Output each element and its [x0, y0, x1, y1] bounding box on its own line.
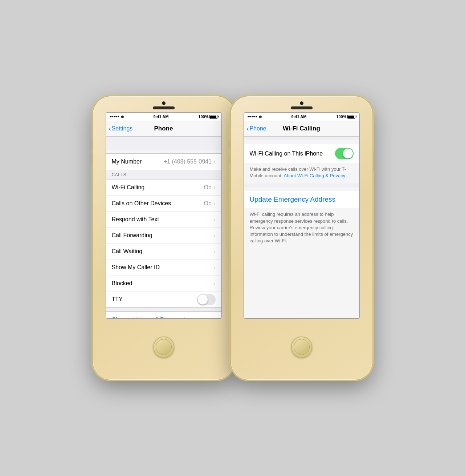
blocked-right: › [214, 281, 216, 286]
calls-other-devices-row[interactable]: Calls on Other Devices On › [106, 195, 221, 211]
nav-title-left: Phone [154, 125, 173, 132]
signal-icon [110, 116, 119, 117]
speaker-icon-right [291, 106, 313, 109]
nav-title-right: Wi-Fi Calling [283, 125, 320, 132]
call-forwarding-row[interactable]: Call Forwarding › [106, 227, 221, 243]
voicemail-row[interactable]: Change Voicemail Password [106, 312, 221, 319]
front-camera-icon-right [300, 101, 303, 105]
iphone-bottom-right [291, 319, 312, 380]
status-left: ⊛ [110, 115, 124, 119]
spacer-emergency [244, 183, 359, 187]
tty-label: TTY [112, 296, 123, 303]
calls-other-devices-chevron: › [214, 201, 216, 206]
status-time-left: 9:41 AM [154, 114, 169, 119]
tty-row[interactable]: TTY [106, 291, 221, 307]
wifi-description-link[interactable]: About Wi-Fi Calling & Privacy… [284, 173, 350, 178]
show-caller-id-row[interactable]: Show My Caller ID › [106, 259, 221, 275]
volume-down-button-right[interactable] [229, 154, 231, 164]
call-waiting-row[interactable]: Call Waiting › [106, 243, 221, 259]
front-camera-icon [162, 101, 166, 105]
back-button-right[interactable]: ‹ Phone [247, 125, 266, 132]
home-button-inner-right [294, 339, 310, 355]
calls-section-header: CALLS [106, 170, 221, 179]
home-button-inner-left [156, 339, 172, 355]
show-caller-id-chevron: › [214, 265, 216, 270]
respond-with-text-label: Respond with Text [112, 216, 159, 223]
call-waiting-chevron: › [214, 249, 216, 254]
power-button-right[interactable] [372, 151, 374, 171]
status-time-right: 9:41 AM [291, 114, 307, 119]
wifi-calling-toggle[interactable] [335, 148, 354, 159]
volume-buttons [91, 140, 93, 168]
emergency-section: Update Emergency Address [244, 191, 359, 208]
emergency-address-link[interactable]: Update Emergency Address [250, 195, 336, 203]
phone-top-right [231, 96, 372, 112]
volume-down-button[interactable] [91, 154, 93, 164]
blocked-chevron: › [214, 281, 216, 286]
wifi-calling-label: Wi-Fi Calling [112, 184, 145, 191]
back-label-right: Phone [250, 125, 266, 132]
volume-up-button[interactable] [91, 140, 93, 150]
respond-with-text-right: › [214, 217, 216, 222]
battery-percentage-right: 100% [336, 114, 346, 119]
battery-icon-right [347, 115, 355, 119]
tty-right [197, 294, 216, 305]
back-chevron-left: ‹ [109, 125, 111, 132]
back-label-left: Settings [112, 125, 133, 132]
tty-toggle-thumb [198, 295, 208, 304]
tty-toggle[interactable] [197, 294, 216, 305]
iphone-right: ⊛ 9:41 AM 100% ‹ Phone Wi-Fi Calling [231, 96, 372, 380]
voicemail-label: Change Voicemail Password [112, 316, 186, 319]
wifi-calling-chevron: › [214, 185, 216, 190]
status-bar-right: ⊛ 9:41 AM 100% [244, 113, 359, 121]
call-waiting-right: › [214, 249, 216, 254]
wifi-calling-value: On [204, 184, 211, 191]
spacer-mid-left [106, 308, 221, 311]
my-number-right: +1 (408) 555-0941 › [164, 158, 216, 165]
status-bar-left: ⊛ 9:41 AM 100% [106, 113, 221, 121]
volume-buttons-right [229, 140, 231, 168]
respond-with-text-row[interactable]: Respond with Text › [106, 211, 221, 227]
call-forwarding-chevron: › [214, 233, 216, 238]
signal-icon-right [248, 116, 257, 117]
wifi-icon: ⊛ [121, 115, 124, 119]
speaker-icon [153, 106, 175, 109]
home-button-left[interactable] [153, 336, 174, 358]
home-button-right[interactable] [291, 336, 312, 358]
spacer-top-left [106, 137, 221, 150]
emergency-description: Wi-Fi calling requires an address to hel… [244, 208, 359, 250]
show-caller-id-label: Show My Caller ID [112, 264, 160, 271]
my-number-value: +1 (408) 555-0941 [164, 158, 212, 165]
back-button-left[interactable]: ‹ Settings [109, 125, 133, 132]
screen-left: ⊛ 9:41 AM 100% ‹ Settings Phone [106, 112, 222, 319]
call-forwarding-right: › [214, 233, 216, 238]
battery-fill-left [210, 116, 216, 118]
wifi-calling-toggle-thumb [343, 149, 353, 158]
phone-top [93, 96, 234, 112]
phones-container: ⊛ 9:41 AM 100% ‹ Settings Phone [86, 89, 380, 387]
nav-bar-right: ‹ Phone Wi-Fi Calling [244, 121, 359, 137]
status-right-left: 100% [198, 114, 217, 119]
blocked-row[interactable]: Blocked › [106, 275, 221, 291]
call-forwarding-label: Call Forwarding [112, 232, 152, 239]
screen-content-right: Wi-Fi Calling on This iPhone Make and re… [244, 137, 359, 319]
my-number-section: My Number +1 (408) 555-0941 › [106, 153, 221, 170]
wifi-calling-right: On › [204, 184, 215, 191]
my-number-label: My Number [112, 158, 142, 165]
my-number-row[interactable]: My Number +1 (408) 555-0941 › [106, 154, 221, 170]
iphone-left: ⊛ 9:41 AM 100% ‹ Settings Phone [93, 96, 234, 380]
blocked-label: Blocked [112, 280, 132, 287]
status-left-right: ⊛ [248, 115, 262, 119]
iphone-bottom-left [153, 319, 174, 380]
calls-other-devices-right: On › [204, 200, 215, 207]
calls-other-devices-label: Calls on Other Devices [112, 200, 171, 207]
respond-with-text-chevron: › [214, 217, 216, 222]
battery-percentage-left: 100% [198, 114, 208, 119]
show-caller-id-right: › [214, 265, 216, 270]
wifi-toggle-label: Wi-Fi Calling on This iPhone [250, 150, 323, 157]
volume-up-button-right[interactable] [229, 140, 231, 150]
wifi-toggle-section: Wi-Fi Calling on This iPhone [244, 144, 359, 163]
wifi-calling-row[interactable]: Wi-Fi Calling On › [106, 179, 221, 195]
battery-icon-left [209, 115, 217, 119]
wifi-description: Make and receive calls over Wi-Fi with y… [244, 163, 359, 183]
